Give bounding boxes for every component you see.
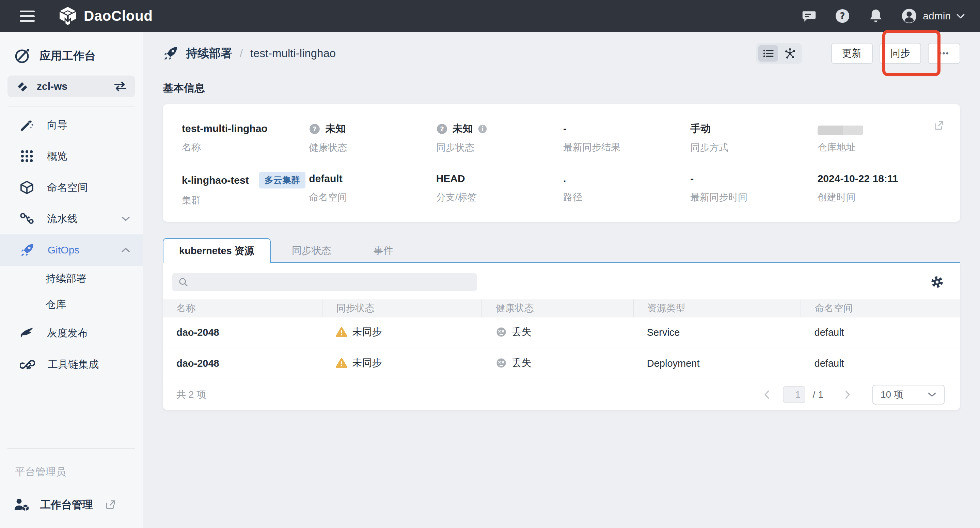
sidebar-item-namespace[interactable]: 命名空间 — [0, 172, 143, 203]
topology-view-button[interactable] — [780, 45, 800, 62]
info-field-repo-url: 仓库地址 — [818, 122, 941, 154]
sidebar: 应用工作台 zcl-ws 向导 概览 命名空间 — [0, 32, 143, 528]
brand-logo[interactable]: DaoCloud — [59, 6, 153, 25]
sync-button[interactable]: 同步 — [880, 43, 921, 64]
svg-text:?: ? — [440, 125, 444, 133]
sidebar-item-toolchain[interactable]: 工具链集成 — [0, 349, 143, 380]
sidebar-subitem-label: 仓库 — [46, 298, 66, 312]
resource-name[interactable]: dao-2048 — [163, 317, 322, 348]
table-row[interactable]: dao-2048 未同步 丢失 Deployment def — [163, 348, 960, 379]
field-label: 仓库地址 — [818, 141, 941, 154]
svg-text:?: ? — [840, 11, 845, 21]
resource-namespace: default — [801, 317, 960, 348]
tab-sync-status[interactable]: 同步状态 — [271, 238, 352, 263]
info-field-cluster: k-linghao-test 多云集群 集群 — [182, 172, 305, 207]
table-footer: 共 2 项 / 1 10 项 — [163, 379, 960, 410]
wand-icon — [20, 118, 34, 132]
tab-events[interactable]: 事件 — [352, 238, 414, 263]
sidebar-item-label: 流水线 — [47, 212, 108, 226]
field-label: 同步方式 — [690, 141, 814, 154]
column-header-sync: 同步状态 — [322, 300, 482, 317]
field-label: 最新同步结果 — [563, 141, 687, 154]
field-label: 分支/标签 — [436, 191, 560, 204]
health-lost-face-icon — [495, 326, 507, 338]
feedback-icon[interactable] — [801, 8, 817, 24]
rocket-icon — [20, 243, 35, 257]
workspace-icon — [16, 79, 29, 93]
field-value: 未知 — [453, 122, 473, 136]
infinity-icon — [20, 357, 35, 371]
field-value: - — [690, 173, 694, 184]
total-count: 共 2 项 — [177, 388, 206, 401]
info-field-health: ? 未知 健康状态 — [309, 122, 433, 154]
info-field-branch: HEAD 分支/标签 — [436, 172, 560, 207]
cube-icon — [20, 180, 34, 195]
field-value: HEAD — [436, 173, 465, 184]
pagination: / 1 10 项 — [758, 385, 945, 404]
workspace-selector[interactable]: zcl-ws — [8, 76, 135, 97]
field-value: default — [309, 173, 342, 184]
page-size-select[interactable]: 10 项 — [872, 385, 945, 404]
sidebar-item-label: GitOps — [48, 244, 108, 256]
list-view-button[interactable] — [758, 45, 778, 62]
sidebar-item-wizard[interactable]: 向导 — [0, 109, 143, 141]
resource-name[interactable]: dao-2048 — [163, 348, 322, 379]
sidebar-item-gitops[interactable]: GitOps — [0, 235, 143, 266]
sidebar-item-label: 灰度发布 — [47, 326, 130, 340]
main-content: 持续部署 / test-multi-linghao 更新 同步 ••• 基本信息… — [143, 32, 980, 528]
sidebar-item-repository[interactable]: 仓库 — [0, 292, 143, 317]
update-button[interactable]: 更新 — [831, 43, 873, 64]
tabs: kubernetes 资源 同步状态 事件 — [163, 238, 960, 263]
workspace-title-label: 应用工作台 — [40, 48, 96, 63]
external-link-icon[interactable] — [933, 120, 945, 131]
section-title: 基本信息 — [163, 81, 960, 95]
field-value: 2024-10-22 18:11 — [818, 173, 898, 184]
rocket-icon — [163, 46, 178, 61]
sidebar-item-label: 工具链集成 — [48, 358, 130, 371]
search-input[interactable] — [192, 277, 471, 287]
warning-triangle-icon — [336, 358, 347, 368]
table-row[interactable]: dao-2048 未同步 丢失 Service defaul — [163, 317, 960, 348]
sidebar-subitem-label: 持续部署 — [46, 272, 86, 286]
info-field-path: . 路径 — [563, 172, 687, 207]
column-header-name: 名称 — [163, 300, 322, 317]
resource-namespace: default — [801, 348, 960, 379]
menu-toggle-icon[interactable] — [20, 8, 39, 24]
help-icon[interactable]: ? — [834, 8, 851, 24]
question-circle-icon: ? — [309, 123, 320, 135]
sidebar-item-overview[interactable]: 概览 — [0, 141, 143, 172]
field-label: 最新同步时间 — [690, 191, 814, 204]
field-label: 集群 — [182, 194, 305, 207]
resource-type: Deployment — [633, 348, 801, 379]
breadcrumb-root[interactable]: 持续部署 — [186, 46, 232, 61]
question-circle-icon: ? — [436, 123, 448, 135]
sidebar-item-continuous-deployment[interactable]: 持续部署 — [0, 266, 143, 292]
column-header-namespace: 命名空间 — [801, 300, 960, 317]
more-actions-button[interactable]: ••• — [928, 43, 960, 64]
chevron-down-icon — [928, 392, 936, 398]
sidebar-item-workbench-management[interactable]: 工作台管理 — [0, 479, 143, 512]
info-field-namespace: default 命名空间 — [309, 172, 433, 207]
user-menu[interactable]: admin — [901, 8, 965, 24]
avatar — [901, 8, 917, 24]
chevron-down-icon — [956, 13, 965, 19]
field-label: 名称 — [182, 141, 305, 154]
search-icon — [178, 277, 188, 287]
notifications-bell-icon[interactable] — [868, 8, 884, 24]
info-field-name: test-multi-linghao 名称 — [182, 122, 305, 154]
page-number-input[interactable] — [783, 386, 805, 403]
next-page-icon[interactable] — [839, 390, 856, 400]
info-circle-icon[interactable] — [478, 124, 487, 134]
field-label: 健康状态 — [309, 141, 433, 154]
tab-kubernetes-resources[interactable]: kubernetes 资源 — [163, 238, 271, 263]
grid-dots-icon — [20, 149, 34, 163]
gear-icon[interactable] — [930, 275, 944, 289]
field-value: . — [563, 173, 566, 184]
sidebar-item-canary-release[interactable]: 灰度发布 — [0, 317, 143, 349]
field-label: 命名空间 — [309, 191, 433, 204]
sidebar-item-label: 概览 — [47, 149, 130, 163]
prev-page-icon[interactable] — [758, 390, 775, 400]
sidebar-item-pipeline[interactable]: 流水线 — [0, 203, 143, 235]
switch-workspace-icon[interactable] — [113, 81, 127, 92]
chevron-up-icon — [121, 247, 130, 253]
